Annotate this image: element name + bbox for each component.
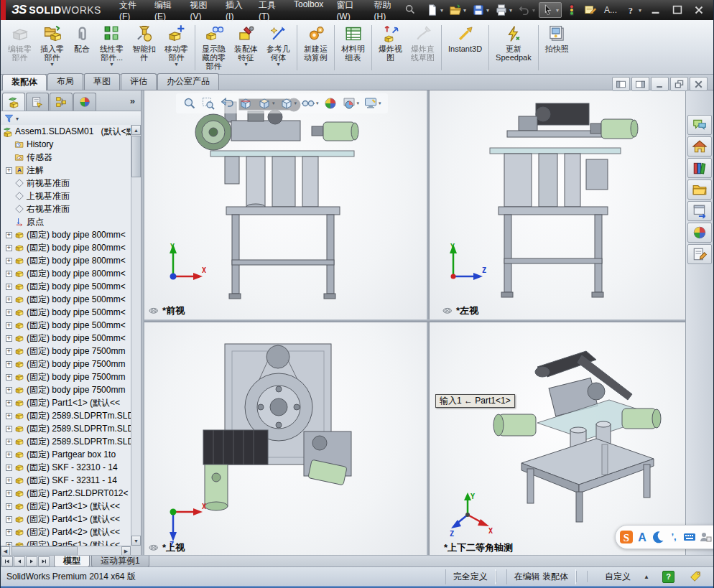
home-button[interactable] (687, 136, 712, 157)
keyboard-icon[interactable] (682, 530, 697, 544)
menu-item[interactable]: 工具(T) (252, 0, 287, 24)
help-button[interactable]: ?▾ (622, 3, 644, 17)
scroll-down-icon[interactable]: ▼ (131, 536, 141, 546)
tag-icon[interactable] (689, 570, 702, 583)
cmd-motion-study-button[interactable]: 新建运 动算例 (300, 22, 332, 74)
expand-icon[interactable]: + (6, 374, 12, 381)
tree-item[interactable]: +(固定) 2589.SLDPRTm.SLD (4, 422, 131, 435)
configurationmanager-tab[interactable] (50, 93, 73, 111)
tree-item[interactable]: 右视基准面 (4, 202, 131, 215)
quick-a-button[interactable]: A... (601, 4, 621, 16)
cmd-linear-pattern-button[interactable]: 线性零 部件...▼ (96, 22, 128, 74)
viewport-splitter-vertical[interactable] (427, 90, 430, 556)
expand-icon[interactable]: + (6, 309, 12, 316)
cmd-snapshot-button[interactable]: 拍快照 (541, 22, 573, 74)
tree-item[interactable]: +(固定) body pipe 500mm< (4, 332, 131, 345)
expand-icon[interactable]: + (6, 245, 12, 251)
zoom-fit-button[interactable] (180, 95, 199, 112)
tree-item[interactable]: +(固定) body pipe 800mm< (4, 267, 131, 280)
cmd-assembly-features-button[interactable]: 装配体 特征▼ (230, 22, 262, 74)
hide-show-button[interactable]: ▾ (299, 95, 321, 112)
chevron-down-icon[interactable]: ▾ (440, 7, 443, 14)
person-icon[interactable] (698, 530, 713, 544)
cmd-bom-button[interactable]: 材料明 细表 (337, 22, 369, 74)
expand-icon[interactable]: + (6, 322, 12, 329)
expand-icon[interactable]: + (6, 387, 12, 393)
viewport-isometric[interactable]: 输入1 ← Part1<1> Y X Z *上下二等角轴测 (430, 322, 687, 556)
tree-item[interactable]: +(固定) body pipe 500mm< (4, 319, 131, 332)
chevron-down-icon[interactable]: ▼ (174, 62, 179, 67)
tree-item[interactable]: +(固定) body pipe 7500mm (4, 345, 131, 358)
tree-item[interactable]: +(固定) SKF - 32311 - 14 (4, 474, 131, 487)
tree-root-item[interactable]: Assem1.SLDASM01 (默认<默认 (1, 125, 131, 138)
status-expand-icon[interactable]: ▲ (644, 574, 649, 580)
expand-icon[interactable]: + (6, 503, 12, 510)
expand-icon[interactable]: + (6, 516, 12, 523)
tree-item[interactable]: +(固定) Part3<1> (默认<< (4, 500, 131, 513)
chevron-down-icon[interactable]: ▾ (295, 101, 297, 106)
expand-icon[interactable]: + (6, 400, 12, 406)
tree-item[interactable]: +(固定) Part2.SLDPRT012< (4, 487, 131, 500)
viewport-splitter-horizontal[interactable] (144, 319, 687, 322)
tree-item[interactable]: History (4, 138, 131, 151)
tree-item[interactable]: 原点 (4, 215, 131, 228)
chevron-down-icon[interactable]: ▾ (486, 7, 489, 14)
cmd-speedpak-button[interactable]: 更新 Speedpak (491, 22, 536, 74)
split-right-button[interactable] (631, 77, 649, 91)
cmd-insert-component-button[interactable]: 插入零 部件▼ (36, 22, 68, 74)
menu-item[interactable]: 文件(F) (113, 0, 148, 24)
expand-icon[interactable]: + (6, 258, 12, 264)
tree-item[interactable]: +(固定) Part4<2> (默认<< (4, 526, 131, 538)
menu-item[interactable]: 编辑(E) (148, 0, 184, 24)
tree-item[interactable]: 上视基准面 (4, 190, 131, 202)
win-minimize-button[interactable] (646, 3, 666, 17)
chevron-down-icon[interactable]: ▾ (556, 7, 559, 14)
restore-button[interactable] (670, 77, 688, 91)
cmd-instant3d-button[interactable]: Instant3D (444, 22, 486, 74)
tree-item[interactable]: +(固定) body pipe 500mm< (4, 306, 131, 319)
letter-a-icon[interactable]: A (635, 530, 649, 544)
chevron-down-icon[interactable]: ▼ (244, 62, 249, 67)
open-button[interactable]: ▾ (447, 3, 468, 17)
commandmanager-tab[interactable]: 办公室产品 (157, 73, 219, 90)
expand-icon[interactable]: + (6, 413, 12, 419)
menu-item[interactable]: 视图(V) (184, 0, 220, 24)
chevron-down-icon[interactable]: ▾ (379, 101, 381, 106)
chevron-down-icon[interactable]: ▾ (463, 7, 466, 14)
tree-item[interactable]: +(固定) body pipe 7500mm (4, 370, 131, 383)
chevron-down-icon[interactable]: ▾ (316, 101, 319, 106)
menu-item[interactable]: Toolbox (287, 0, 330, 24)
win-maximize-button[interactable] (667, 3, 687, 17)
expand-icon[interactable]: + (6, 297, 12, 303)
tree-item[interactable]: +(固定) body pipe 800mm< (4, 241, 131, 254)
tree-item[interactable]: +(固定) SKF - 32310 - 14 (4, 461, 131, 474)
chevron-expand-icon[interactable]: » (130, 95, 135, 106)
scrollbar-thumb[interactable] (131, 136, 141, 177)
appearances-button[interactable] (687, 223, 712, 243)
expand-icon[interactable]: + (6, 335, 12, 342)
chevron-down-icon[interactable]: ▼ (276, 62, 281, 67)
punctuation-icon[interactable]: ’, (667, 530, 681, 544)
menu-item[interactable]: 窗口(W) (330, 0, 367, 24)
expand-icon[interactable]: + (6, 490, 12, 497)
tree-filter-bar[interactable]: ▾ (1, 111, 141, 126)
propertymanager-tab[interactable] (26, 93, 49, 111)
display-style-button[interactable]: ▾ (277, 95, 300, 112)
sogou-icon[interactable]: S (619, 530, 634, 544)
expand-icon[interactable]: + (6, 284, 12, 290)
custom-properties-button[interactable] (687, 244, 712, 264)
commandmanager-tab[interactable]: 草图 (84, 73, 120, 90)
cmd-exploded-view-button[interactable]: 爆炸视 图 (374, 22, 407, 74)
expand-icon[interactable]: + (6, 452, 12, 458)
commandmanager-tab[interactable]: 评估 (121, 73, 157, 90)
tree-item[interactable]: 前视基准面 (4, 177, 131, 190)
tree-item[interactable]: 传感器 (4, 151, 131, 164)
cmd-show-hidden-button[interactable]: 显示隐 藏的零 部件 (198, 22, 230, 74)
tree-item[interactable]: +(固定) body pipe 7500mm (4, 383, 131, 396)
cmd-reference-geometry-button[interactable]: 参考几 何体▼ (262, 22, 295, 74)
tree-horizontal-scrollbar[interactable]: ◀ ▶ (1, 546, 131, 556)
tree-item[interactable]: +(固定) Part1<1> (默认<< (4, 396, 131, 409)
chevron-down-icon[interactable]: ▾ (16, 116, 19, 122)
commandmanager-tab[interactable]: 布局 (47, 73, 83, 90)
scroll-up-icon[interactable]: ▲ (131, 125, 141, 135)
